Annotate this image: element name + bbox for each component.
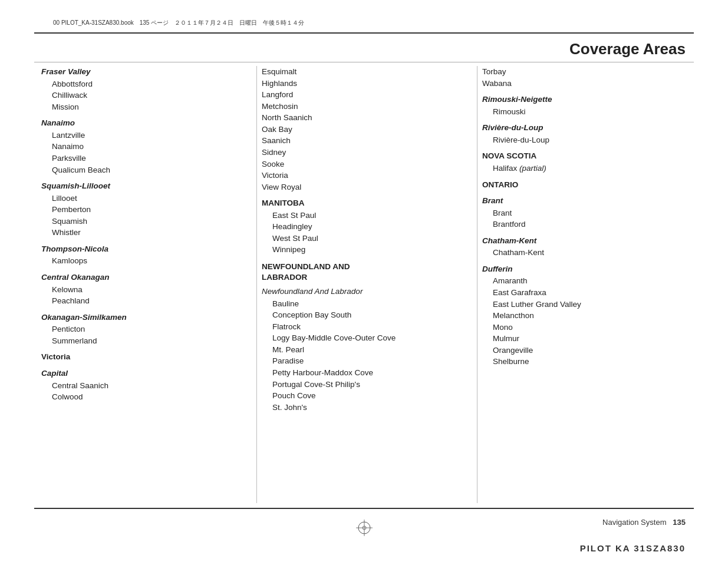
chatham-kent-header: Chatham-Kent: [482, 235, 687, 247]
central-saanich: Central Saanich: [41, 380, 246, 392]
headingley: Headingley: [262, 221, 466, 233]
conception-bay-south: Conception Bay South: [262, 309, 466, 321]
riviere-du-loup: Rivière-du-Loup: [482, 134, 687, 146]
squamish-header: Squamish-Lillooet: [41, 180, 246, 192]
thompson-header: Thompson-Nicola: [41, 243, 246, 255]
column-1: Fraser Valley Abbottsford Chilliwack Mis…: [41, 66, 252, 503]
metchosin: Metchosin: [262, 101, 466, 113]
qualicum-beach: Qualicum Beach: [41, 164, 246, 176]
chilliwack: Chilliwack: [41, 90, 246, 101]
wabana: Wabana: [482, 78, 687, 90]
footer-pilot-text: PILOT KA 31SZA830: [580, 543, 686, 553]
header-meta: 00 PILOT_KA-31SZA830.book 135 ページ ２０１１年７…: [53, 19, 304, 27]
rimouski-header: Rimouski-Neigette: [482, 94, 687, 105]
central-okanagan-header: Central Okanagan: [41, 272, 246, 283]
mono: Mono: [482, 322, 687, 333]
penticton: Penticton: [41, 323, 246, 335]
bauline: Bauline: [262, 298, 466, 310]
manitoba-header: MANITOBA: [262, 197, 466, 209]
lantzville: Lantzville: [41, 130, 246, 141]
logy-bay: Logy Bay-Middle Cove-Outer Cove: [262, 332, 466, 344]
peachland: Peachland: [41, 295, 246, 307]
squamish: Squamish: [41, 216, 246, 227]
shelburne: Shelburne: [482, 356, 687, 368]
east-garafraxа: East Garafraxа: [482, 287, 687, 299]
pemberton: Pemberton: [41, 204, 246, 216]
col-divider-2: [477, 66, 477, 503]
west-st-paul: West St Paul: [262, 233, 466, 244]
highlands: Highlands: [262, 78, 466, 90]
flatrock: Flatrock: [262, 321, 466, 333]
nanaimo-header: Nanaimo: [41, 117, 246, 129]
title-underline: [34, 62, 694, 62]
okanagan-similkamen-header: Okanagan-Similkamen: [41, 312, 246, 323]
col-divider-1: [256, 66, 257, 503]
mission: Mission: [41, 101, 246, 113]
victoria-header: Victoria: [41, 351, 246, 363]
dufferin-header: Dufferin: [482, 263, 687, 275]
colwood: Colwood: [41, 391, 246, 403]
orangeville: Orangeville: [482, 345, 687, 356]
esquimalt: Esquimalt: [262, 66, 466, 78]
newfoundland-labrador-sub: Newfoundland And Labrador: [262, 286, 466, 297]
kelowna: Kelowna: [41, 284, 246, 296]
kamloops: Kamloops: [41, 255, 246, 267]
rimouski: Rimouski: [482, 106, 687, 118]
chatham-kent-item: Chatham-Kent: [482, 247, 687, 259]
portugal-cove: Portugal Cove-St Philip's: [262, 379, 466, 391]
top-border-line: [34, 32, 694, 34]
torbay: Torbay: [482, 66, 687, 78]
parksville: Parksville: [41, 153, 246, 164]
brant-header: Brant: [482, 195, 687, 207]
fraser-valley-header: Fraser Valley: [41, 66, 246, 78]
view-royal: View Royal: [262, 181, 466, 193]
bottom-center-reg-mark: [356, 520, 373, 538]
brant-item: Brant: [482, 207, 687, 219]
abbottsford: Abbottsford: [41, 78, 246, 90]
nanaimo: Nanaimo: [41, 141, 246, 153]
column-3: Torbay Wabana Rimouski-Neigette Rimouski…: [482, 66, 687, 503]
saanich: Saanich: [262, 135, 466, 147]
melancthon: Melancthon: [482, 310, 687, 322]
petty-harbour: Petty Harbour-Maddox Cove: [262, 367, 466, 379]
east-st-paul: East St Paul: [262, 210, 466, 222]
bottom-border-line: [34, 508, 694, 509]
paradise: Paradise: [262, 355, 466, 367]
riviere-header: Rivière-du-Loup: [482, 122, 687, 134]
sooke: Sooke: [262, 158, 466, 170]
whistler: Whistler: [41, 227, 246, 239]
halifax: Halifax (partial): [482, 163, 687, 174]
summerland: Summerland: [41, 335, 246, 347]
ontario-header: ONTARIO: [482, 179, 687, 191]
pouch-cove: Pouch Cove: [262, 390, 466, 402]
capital-header: Capital: [41, 368, 246, 379]
langford: Langford: [262, 89, 466, 101]
page-title: Coverage Areas: [569, 40, 686, 58]
column-2: Esquimalt Highlands Langford Metchosin N…: [262, 66, 472, 503]
page: 00 PILOT_KA-31SZA830.book 135 ページ ２０１１年７…: [0, 0, 728, 562]
brantford: Brantford: [482, 219, 687, 230]
oak-bay: Oak Bay: [262, 124, 466, 135]
victoria-item: Victoria: [262, 170, 466, 181]
amaranth: Amaranth: [482, 275, 687, 287]
st-johns: St. John's: [262, 402, 466, 414]
north-saanich: North Saanich: [262, 112, 466, 124]
mt-pearl: Mt. Pearl: [262, 344, 466, 356]
newfoundland-header: NEWFOUNDLAND ANDLABRADOR: [262, 262, 466, 282]
lillooet: Lillooet: [41, 193, 246, 204]
footer-nav-text: Navigation System 135: [602, 518, 686, 527]
nova-scotia-header: NOVA SCOTIA: [482, 150, 687, 162]
content-area: Fraser Valley Abbottsford Chilliwack Mis…: [41, 66, 687, 503]
east-luther-grand-valley: East Luther Grand Valley: [482, 299, 687, 310]
winnipeg: Winnipeg: [262, 244, 466, 256]
mulmur: Mulmur: [482, 333, 687, 345]
sidney: Sidney: [262, 147, 466, 158]
